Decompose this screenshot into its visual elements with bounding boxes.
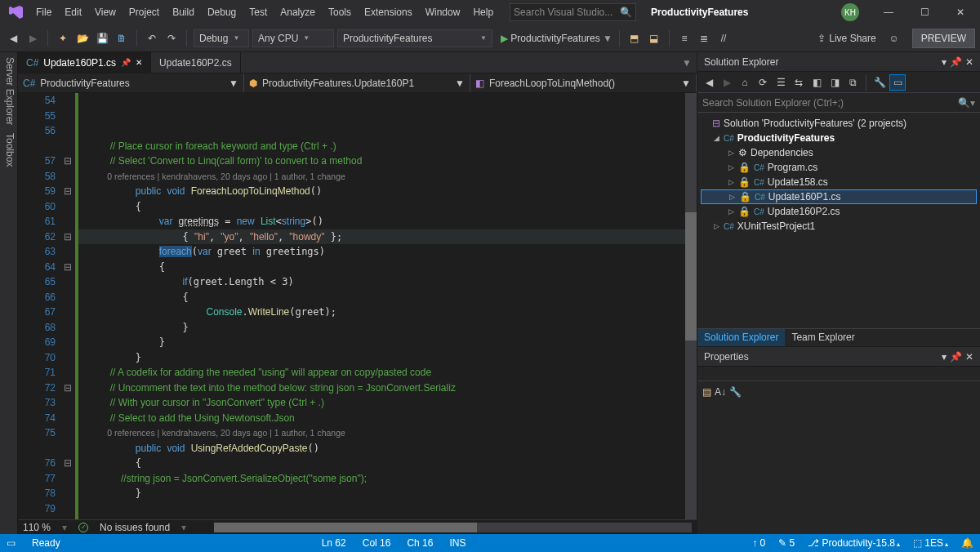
status-ready: Ready [32,537,60,549]
platform-combo[interactable]: Any CPU▼ [252,29,334,47]
menu-debug[interactable]: Debug [201,3,243,21]
left-tool-rail: Server Explorer Toolbox [0,52,18,534]
maximize-button[interactable]: ☐ [908,1,941,24]
fwd-icon[interactable]: ▶ [719,74,735,91]
menu-file[interactable]: File [29,3,58,21]
tab-update160p1[interactable]: C# Update160P1.cs 📌 ✕ [18,52,151,73]
dependencies-node[interactable]: Dependencies [751,147,813,158]
close-pane-icon[interactable]: ✕ [965,56,973,68]
close-button[interactable]: ✕ [944,1,977,24]
solution-explorer-search[interactable]: Search Solution Explorer (Ctrl+;) 🔍▾ [697,93,980,113]
menu-extensions[interactable]: Extensions [358,3,419,21]
properties-icon[interactable]: 🔧 [871,74,888,91]
preview-icon[interactable]: ◨ [826,74,843,91]
file-program[interactable]: Program.cs [768,162,817,173]
repo-branch[interactable]: ⎇ Productivity-15.8▴ [808,537,900,549]
startup-combo[interactable]: ProductivityFeatures▼ [337,29,492,47]
close-pane-icon[interactable]: ✕ [965,351,973,363]
horizontal-scrollbar[interactable] [214,523,692,532]
pin-icon[interactable]: 📌 [121,58,131,67]
status-window-icon[interactable]: ▭ [7,537,16,549]
menu-project[interactable]: Project [122,3,166,21]
feedback-icon[interactable]: ☺ [886,30,902,47]
project-node[interactable]: ProductivityFeatures [737,132,835,144]
share-icon: ⇪ [817,33,826,44]
pending-icon[interactable]: ✎ 5 [778,537,795,549]
project2-node[interactable]: XUnitTestProject1 [737,220,815,232]
status-bar: ▭ Ready Ln 62 Col 16 Ch 16 INS ↑ 0 ✎ 5 ⎇… [0,534,980,552]
home-icon[interactable]: ⌂ [737,74,753,91]
window-position-icon[interactable]: ▾ [942,56,947,68]
start-debug-button[interactable]: ▶ ProductivityFeatures ▼ [501,33,612,44]
nav-project-combo[interactable]: C#ProductivityFeatures▼ [18,73,244,92]
comment-icon[interactable]: // [715,30,732,47]
copy-icon[interactable]: ⧉ [844,74,861,91]
user-avatar[interactable]: KH [841,3,859,21]
search-placeholder: Search Visual Studio... [514,7,612,18]
menu-view[interactable]: View [88,3,122,21]
pin-icon[interactable]: 📌 [950,56,962,68]
live-share-button[interactable]: ⇪Live Share [817,33,875,44]
tab-update160p2[interactable]: Update160P2.cs [151,52,241,73]
menu-help[interactable]: Help [466,3,500,21]
server-explorer-tab[interactable]: Server Explorer [2,57,16,125]
tab-overflow-icon[interactable]: ▼ [677,52,697,73]
show-all-icon[interactable]: ◧ [808,74,825,91]
minimize-button[interactable]: — [872,1,905,24]
preview-selected-icon[interactable]: ▭ [889,74,906,91]
step-icon-2[interactable]: ⬓ [646,30,662,47]
explorer-bottom-tabs: Solution Explorer Team Explorer [697,328,980,346]
tab-team-explorer[interactable]: Team Explorer [785,329,861,346]
solution-explorer-toolbar: ◀ ▶ ⌂ ⟳ ☰ ⇆ ◧ ◨ ⧉ 🔧 ▭ [697,72,980,93]
menu-edit[interactable]: Edit [58,3,88,21]
indent-icon[interactable]: ≡ [676,30,693,47]
step-icon[interactable]: ⬒ [626,30,643,47]
tab-solution-explorer[interactable]: Solution Explorer [697,329,785,346]
menu-test[interactable]: Test [243,3,274,21]
outdent-icon[interactable]: ≣ [696,30,712,47]
menu-analyze[interactable]: Analyze [274,3,322,21]
window-position-icon[interactable]: ▾ [942,351,947,363]
filter-icon[interactable]: ☰ [773,74,789,91]
new-project-icon[interactable]: ✦ [55,30,71,47]
undo-icon[interactable]: ↶ [144,30,160,47]
wrench-icon[interactable]: 🔧 [729,386,742,398]
back-icon[interactable]: ◀ [701,74,717,91]
file-update158[interactable]: Update158.cs [768,176,828,188]
toolbox-tab[interactable]: Toolbox [2,133,16,167]
quick-launch-search[interactable]: Search Visual Studio... 🔍 [510,3,636,21]
main-toolbar: ◀ ▶ ✦ 📂 💾 🗎 ↶ ↷ Debug▼ Any CPU▼ Producti… [0,24,980,52]
issues-label: No issues found [100,522,170,533]
configuration-combo[interactable]: Debug▼ [194,29,249,47]
solution-node[interactable]: Solution 'ProductivityFeatures' (2 proje… [724,118,906,129]
csproj-icon: C# [724,222,734,231]
alpha-icon[interactable]: A↓ [715,386,726,398]
file-update160p2[interactable]: Update160P2.cs [768,206,840,217]
redo-icon[interactable]: ↷ [163,30,180,47]
publish-icon[interactable]: ↑ 0 [752,537,765,549]
categorized-icon[interactable]: ▤ [702,386,711,398]
pin-icon[interactable]: 📌 [950,351,962,363]
nav-class-combo[interactable]: ⬢ProductivityFeatures.Update160P1▼ [244,73,470,92]
collapse-icon[interactable]: ⇆ [791,74,807,91]
properties-combo[interactable] [697,367,980,381]
menu-build[interactable]: Build [166,3,201,21]
open-file-icon[interactable]: 📂 [74,30,91,47]
sync-icon[interactable]: ⟳ [755,74,771,91]
notifications-icon[interactable]: 🔔 [961,537,973,549]
solution-tree[interactable]: ⊟Solution 'ProductivityFeatures' (2 proj… [697,113,980,328]
close-tab-icon[interactable]: ✕ [136,58,142,67]
lang-indicator[interactable]: ⬚ 1ES▴ [913,537,948,549]
nav-back-button[interactable]: ◀ [5,30,21,47]
file-update160p1[interactable]: Update160P1.cs [768,191,841,203]
pane-title-label: Solution Explorer [704,56,778,68]
nav-method-combo[interactable]: ◧ForeachLoopToLinqMethod()▼ [470,73,697,92]
save-all-icon[interactable]: 🗎 [114,30,130,47]
nav-fwd-button[interactable]: ▶ [24,30,41,47]
save-icon[interactable]: 💾 [94,30,110,47]
solution-explorer-header: Solution Explorer ▾📌✕ [697,52,980,72]
menu-tools[interactable]: Tools [322,3,358,21]
code-editor[interactable]: 5455565758596061626364656667686970717273… [18,93,697,519]
zoom-level[interactable]: 110 % [23,522,51,533]
menu-window[interactable]: Window [419,3,467,21]
